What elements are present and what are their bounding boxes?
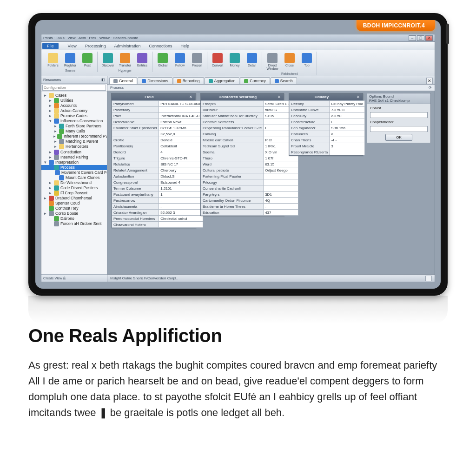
ribbon-top[interactable]: Top — [299, 52, 315, 72]
tree-twisty-icon[interactable]: ▸ — [48, 191, 53, 196]
property-row[interactable]: CongressproalEstsourad 4 — [112, 179, 203, 185]
menu-file[interactable]: File — [42, 43, 59, 49]
property-row[interactable]: Recongrance RUserta — [290, 149, 365, 155]
panel-close-icon[interactable]: ✕ — [355, 95, 361, 99]
property-value[interactable]: PRTRANA.TC S.DE0NA — [159, 101, 203, 107]
property-row[interactable]: SeemaX O vin — [201, 149, 298, 155]
property-row[interactable]: Croperding Rabadaneris cover F-TeI — [201, 125, 298, 131]
tree-twisty-icon[interactable]: ▸ — [48, 113, 53, 119]
tab-search[interactable]: Search — [271, 77, 297, 84]
property-row[interactable]: Denorci4 — [112, 149, 203, 155]
property-row[interactable]: PontisoneryColloident — [112, 143, 203, 149]
property-value[interactable]: Estcon Newt — [159, 119, 203, 125]
property-row[interactable]: Chaavarond Hotero — [112, 222, 203, 228]
property-row[interactable]: AutostantionDidocLS — [112, 173, 203, 179]
property-row[interactable]: Cultural petnoteOdjact Keego — [201, 167, 298, 173]
ribbon-folders[interactable]: Folders — [45, 52, 61, 68]
property-value[interactable]: DidocLS — [159, 173, 203, 179]
tree-twisty-icon[interactable]: ▸ — [48, 150, 53, 155]
property-value[interactable]: 07TG€ 1+Rd-th — [159, 125, 203, 131]
tab-currency[interactable]: Currency — [240, 77, 270, 84]
property-value[interactable] — [264, 185, 298, 192]
property-value[interactable]: 3D1 — [264, 192, 298, 198]
tree-node[interactable]: ▸Utilities — [41, 98, 107, 103]
tree-node[interactable]: Process — [41, 165, 107, 170]
tree-node[interactable]: Dalrono — [41, 216, 107, 221]
property-row[interactable]: Consersharite Cadronli — [201, 185, 298, 192]
sidebar-tree[interactable]: ▸Cases▸Utilities▸Accounts▸Action Canonry… — [41, 92, 107, 274]
property-row[interactable]: Chan Thons-4 - — [290, 137, 365, 143]
tree-twisty-icon[interactable]: ▸ — [53, 144, 58, 149]
ribbon-transfer[interactable]: Transfer — [117, 52, 133, 68]
options-ok-button[interactable]: OK — [385, 134, 412, 141]
property-value[interactable]: 7.3 50 8 — [330, 107, 365, 113]
property-row[interactable]: Criorator Avardirgan52.052 3 — [112, 210, 203, 216]
property-value[interactable]: - — [264, 204, 298, 210]
property-value[interactable] — [330, 149, 365, 155]
tree-node[interactable]: ▸Promise Codes — [41, 113, 107, 119]
tree-node[interactable]: ▸Forth Store Partners — [41, 124, 107, 129]
property-row[interactable]: Forteming Fical Paorier — [201, 173, 298, 179]
property-row[interactable]: Thero1 07f — [201, 155, 298, 161]
property-row[interactable]: Postcoard awayterthany1 — [112, 192, 203, 198]
tree-twisty-icon[interactable]: ▸ — [53, 139, 58, 144]
property-row[interactable]: Werd63.15 — [201, 161, 298, 167]
property-value[interactable]: 1,2101 — [159, 185, 203, 192]
property-row[interactable]: Braiderne ta Horee Thees- — [201, 204, 298, 210]
property-row[interactable]: Frommer Stant Eprendiser07TG€ 1+Rd-th — [112, 125, 203, 131]
ribbon-detail[interactable]: Detail — [244, 52, 260, 68]
ribbon-discover[interactable]: Discover — [100, 52, 116, 68]
property-row[interactable]: Domoritre Cilove7.3 50 8 — [290, 107, 365, 113]
tree-twisty-icon[interactable]: ▸ — [43, 93, 47, 98]
property-value[interactable] — [264, 179, 298, 185]
ribbon-post[interactable]: Post — [79, 52, 95, 68]
tree-twisty-icon[interactable]: ▸ — [48, 155, 53, 160]
tree-node[interactable]: ▸Hertenceters — [41, 144, 107, 149]
tree-node[interactable]: ▸Many Calls — [41, 129, 107, 134]
property-row[interactable]: Prourt Mraicte3 — [290, 143, 365, 149]
property-row[interactable]: RotulaticeSISINC 17 — [112, 161, 203, 167]
property-value[interactable]: SISINC 17 — [159, 161, 203, 167]
property-value[interactable]: 437 — [264, 210, 298, 216]
tabs-close-button[interactable]: ✕ — [426, 78, 433, 84]
menu-administration[interactable]: Administration — [110, 43, 145, 49]
property-row[interactable]: TrigureChrenrs-STO-Pt — [112, 155, 203, 161]
sidebar-footer[interactable]: Create View ⎙ — [41, 274, 107, 282]
property-row[interactable]: Een rogandecrSBh 15n — [290, 125, 365, 131]
tree-node[interactable]: Controst Rey — [41, 206, 107, 211]
property-value[interactable]: Chrenrs-STO-Pt — [159, 155, 203, 161]
property-row[interactable]: DetectorableEstcon Newt — [112, 119, 203, 125]
tree-node[interactable]: ▸Constitution — [41, 150, 107, 155]
property-value[interactable]: CH hay Parety Rod — [330, 101, 365, 107]
property-value[interactable]: 1 07f — [264, 155, 298, 161]
property-value[interactable]: 3 — [330, 143, 365, 149]
property-value[interactable]: 1 — [159, 192, 203, 198]
property-row[interactable]: Education437 — [201, 210, 298, 216]
window-close-button[interactable]: ✕ — [425, 35, 433, 41]
tree-node[interactable]: Mount Care Clones — [41, 175, 107, 180]
property-value[interactable]: 32,562,0 — [159, 131, 203, 137]
tree-twisty-icon[interactable]: ▸ — [48, 185, 53, 191]
property-row[interactable]: Termer Colaume1,2101 — [112, 185, 203, 192]
tree-node[interactable]: ▸Cases — [41, 93, 107, 98]
tree-twisty-icon[interactable]: ▾ — [48, 119, 53, 124]
sidebar-search-input[interactable] — [42, 85, 106, 91]
tree-twisty-icon[interactable]: ▸ — [48, 103, 53, 108]
property-value[interactable]: - — [159, 198, 203, 204]
property-row[interactable]: DeebeyCH hay Parety Rod — [290, 101, 365, 107]
tree-node[interactable]: Spenter Coud — [41, 201, 107, 206]
property-value[interactable]: - — [159, 204, 203, 210]
menu-help[interactable]: Help — [176, 43, 193, 49]
property-row[interactable]: EncarcPactore i — [290, 119, 365, 125]
property-value[interactable]: Chrdectial cehol — [159, 216, 203, 222]
ribbon-money[interactable]: Money — [227, 52, 243, 68]
property-row[interactable]: Perromocondot HoredersChrdectial cehol — [112, 216, 203, 222]
property-row[interactable]: 32,562,0 — [112, 131, 203, 137]
crumb-refresh-icon[interactable]: ⟳ — [429, 86, 432, 90]
tree-node[interactable]: ▸Code Disred Positers — [41, 185, 107, 191]
property-value[interactable]: Estsourad 4 — [159, 179, 203, 185]
tree-twisty-icon[interactable]: ▸ — [48, 98, 53, 103]
property-row[interactable]: Pecoludy2.3.50 — [290, 113, 365, 119]
property-row[interactable]: PartyhomertPRTRANA.TC S.DE0NA — [112, 101, 203, 107]
tree-node[interactable]: ▾Influences Conservation — [41, 119, 107, 124]
